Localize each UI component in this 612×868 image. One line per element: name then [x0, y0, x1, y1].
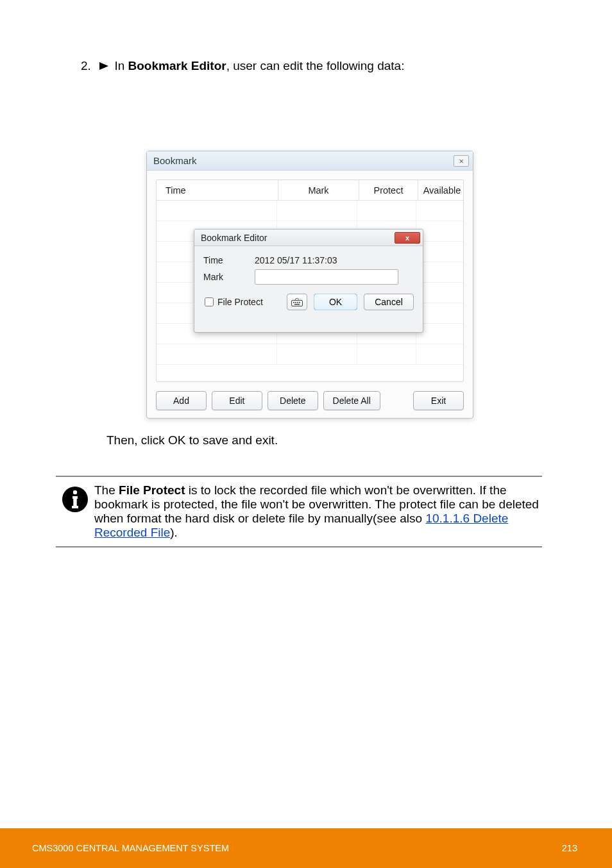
- note-part1: The: [94, 483, 115, 497]
- svg-rect-6: [294, 304, 300, 305]
- note-block: The File Protect is to lock the recorded…: [56, 476, 542, 547]
- svg-rect-5: [299, 302, 300, 303]
- mark-label: Mark: [203, 272, 255, 282]
- delete-all-button[interactable]: Delete All: [323, 391, 380, 410]
- exit-button[interactable]: Exit: [413, 391, 464, 410]
- close-icon[interactable]: ⨉: [454, 155, 469, 167]
- info-icon: [56, 483, 94, 540]
- keyboard-icon: [291, 297, 303, 306]
- step-bold: Bookmark Editor: [128, 59, 226, 72]
- step-line: 2. In Bookmark Editor, user can edit the…: [81, 59, 404, 73]
- svg-rect-4: [297, 302, 298, 303]
- file-protect-label: File Protect: [217, 297, 263, 307]
- file-protect-input[interactable]: [205, 297, 214, 306]
- table-header-row: Time Mark Protect Available: [157, 180, 463, 201]
- step-number: 2.: [81, 59, 91, 72]
- arrow-icon: [99, 59, 108, 73]
- time-label: Time: [203, 255, 255, 265]
- bookmark-titlebar: Bookmark ⨉: [147, 151, 473, 171]
- cancel-button[interactable]: Cancel: [364, 294, 414, 310]
- page-footer: CMS3000 CENTRAL MANAGEMENT SYSTEM 213: [0, 828, 612, 868]
- svg-rect-1: [292, 301, 303, 306]
- svg-marker-0: [99, 62, 108, 70]
- footer-left: CMS3000 CENTRAL MANAGEMENT SYSTEM: [32, 843, 562, 853]
- column-mark[interactable]: Mark: [278, 180, 359, 201]
- add-button[interactable]: Add: [156, 391, 207, 410]
- ok-button[interactable]: OK: [314, 294, 357, 310]
- note-part3: ).: [170, 526, 178, 539]
- file-protect-checkbox[interactable]: File Protect: [205, 297, 263, 307]
- mark-input[interactable]: [255, 269, 398, 285]
- svg-point-8: [73, 490, 77, 494]
- step-prefix: In: [114, 59, 128, 72]
- note-bold: File Protect: [115, 483, 185, 497]
- svg-rect-2: [293, 302, 294, 303]
- close-icon[interactable]: x: [395, 232, 420, 244]
- time-value: 2012 05/17 11:37:03: [255, 255, 414, 265]
- bookmark-buttons: Add Edit Delete Delete All Exit: [156, 391, 464, 410]
- keyboard-button[interactable]: [287, 294, 307, 310]
- svg-rect-11: [72, 506, 78, 508]
- step-cont: , user can edit the following data:: [226, 59, 405, 72]
- edit-button[interactable]: Edit: [212, 391, 262, 410]
- delete-button[interactable]: Delete: [268, 391, 318, 410]
- note-text: The File Protect is to lock the recorded…: [94, 483, 542, 540]
- svg-rect-10: [73, 496, 76, 507]
- column-protect[interactable]: Protect: [359, 180, 418, 201]
- editor-titlebar: Bookmark Editor x: [194, 230, 423, 246]
- bookmark-editor-dialog: Bookmark Editor x Time 2012 05/17 11:37:…: [194, 229, 423, 333]
- editor-title: Bookmark Editor: [201, 233, 395, 243]
- column-available[interactable]: Available: [418, 180, 464, 201]
- after-text: Then, click OK to save and exit.: [106, 433, 562, 447]
- footer-page-number: 213: [562, 843, 577, 853]
- column-time[interactable]: Time: [157, 180, 278, 201]
- bookmark-title: Bookmark: [153, 155, 454, 166]
- svg-rect-3: [295, 302, 296, 303]
